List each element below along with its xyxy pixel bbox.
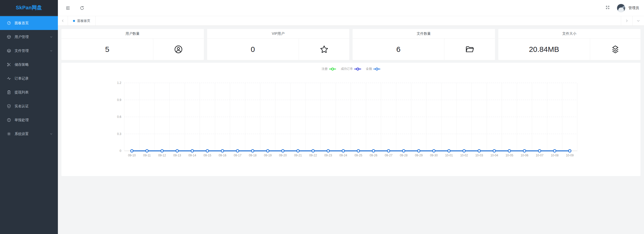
sidebar-item-label: 订单记录 [15, 76, 53, 81]
svg-text:09-22: 09-22 [309, 154, 317, 157]
svg-text:09-21: 09-21 [294, 154, 302, 157]
sidebar-item-label: 系统设置 [15, 132, 49, 136]
tabs-scroll-right-button[interactable] [621, 16, 632, 25]
cube-icon [7, 35, 11, 39]
stat-card-user-count: 用户数量 5 [61, 29, 204, 60]
svg-text:09-23: 09-23 [324, 154, 332, 157]
admin-avatar[interactable] [617, 4, 625, 12]
trend-chart-card: 注册 成功订单 金额 00.30.60.91.209-1009-1109-120… [61, 63, 640, 176]
legend-line-marker [354, 68, 361, 71]
page-content: 用户数量 5 VIP用户 0 文件数量 [58, 26, 644, 234]
chevron-right-icon [625, 19, 628, 22]
sidebar-item-reports[interactable]: 举报处理 [0, 113, 58, 127]
svg-text:09-14: 09-14 [188, 154, 196, 157]
activity-icon [7, 76, 11, 81]
svg-text:10-04: 10-04 [490, 154, 498, 157]
svg-text:10-05: 10-05 [506, 154, 513, 157]
svg-text:10-09: 10-09 [566, 154, 574, 157]
active-tab-dot [73, 20, 75, 22]
tabs-menu-button[interactable] [632, 16, 644, 25]
sidebar-item-label: 用户管理 [15, 35, 49, 39]
svg-text:09-12: 09-12 [158, 154, 166, 157]
stat-value: 6 [353, 39, 444, 60]
stat-value: 0 [207, 39, 299, 60]
fullscreen-button[interactable] [605, 5, 610, 11]
gear-icon [7, 132, 11, 136]
svg-text:10-03: 10-03 [475, 154, 483, 157]
chevron-down-icon [49, 132, 53, 136]
sidebar-menu: 面板首页 用户管理 文件管理 储存策略 订单记录 提现列表 实名认证 [0, 15, 58, 234]
scissors-icon [7, 62, 11, 67]
trend-line-chart: 00.30.60.91.209-1009-1109-1209-1309-1409… [61, 63, 640, 174]
sidebar-item-files[interactable]: 文件管理 [0, 44, 58, 58]
main-area: 管理员 面板首页 用户数量 5 [58, 0, 644, 234]
svg-text:10-01: 10-01 [445, 154, 453, 157]
svg-text:09-27: 09-27 [385, 154, 393, 157]
tab-bar: 面板首页 [58, 16, 644, 26]
sidebar-item-storage-policy[interactable]: 储存策略 [0, 58, 58, 72]
sidebar-item-label: 举报处理 [15, 118, 53, 122]
chevron-down-icon [49, 49, 53, 52]
svg-text:09-30: 09-30 [430, 154, 438, 157]
top-header: 管理员 [58, 0, 644, 16]
fullscreen-icon [605, 5, 610, 10]
shield-check-icon [7, 104, 11, 108]
app-logo: SkPan网盘 [0, 0, 58, 15]
sidebar-item-dashboard[interactable]: 面板首页 [0, 16, 58, 30]
svg-text:10-02: 10-02 [460, 154, 468, 157]
sidebar: SkPan网盘 面板首页 用户管理 文件管理 储存策略 订单记录 提现列表 [0, 0, 58, 234]
tab-dashboard[interactable]: 面板首页 [68, 16, 96, 25]
sidebar-item-label: 面板首页 [15, 21, 53, 25]
svg-text:09-28: 09-28 [400, 154, 408, 157]
chevron-down-icon [49, 35, 53, 39]
svg-text:10-06: 10-06 [521, 154, 528, 157]
legend-item-register[interactable]: 注册 [322, 67, 336, 71]
sidebar-item-identity-verify[interactable]: 实名认证 [0, 99, 58, 113]
svg-text:09-16: 09-16 [219, 154, 226, 157]
chart-legend: 注册 成功订单 金额 [61, 67, 640, 71]
sidebar-item-users[interactable]: 用户管理 [0, 30, 58, 44]
folder-open-icon [465, 45, 474, 54]
svg-text:0.3: 0.3 [117, 132, 121, 136]
svg-text:09-11: 09-11 [143, 154, 151, 157]
refresh-button[interactable] [80, 6, 85, 11]
svg-text:09-25: 09-25 [355, 154, 362, 157]
chevron-down-icon [637, 19, 640, 22]
menu-fold-icon [65, 6, 70, 11]
sidebar-item-withdrawals[interactable]: 提现列表 [0, 85, 58, 99]
svg-text:09-17: 09-17 [234, 154, 242, 157]
svg-text:10-07: 10-07 [536, 154, 544, 157]
svg-text:09-20: 09-20 [279, 154, 287, 157]
tabs-scroll-left-button[interactable] [58, 16, 68, 25]
legend-label: 金额 [366, 67, 372, 71]
legend-line-marker [373, 68, 380, 71]
sidebar-item-orders[interactable]: 订单记录 [0, 72, 58, 85]
svg-text:0.9: 0.9 [117, 98, 121, 102]
svg-text:09-26: 09-26 [370, 154, 377, 157]
legend-label: 注册 [322, 67, 328, 71]
svg-text:09-13: 09-13 [173, 154, 181, 157]
sidebar-item-settings[interactable]: 系统设置 [0, 127, 58, 141]
legend-label: 成功订单 [341, 67, 353, 71]
dashboard-icon [7, 21, 11, 25]
sidebar-item-label: 提现列表 [15, 90, 53, 95]
svg-text:10-08: 10-08 [551, 154, 559, 157]
legend-line-marker [329, 68, 336, 71]
svg-text:0.6: 0.6 [117, 115, 121, 119]
svg-text:0: 0 [120, 149, 121, 153]
svg-text:09-18: 09-18 [249, 154, 257, 157]
legend-item-amount[interactable]: 金额 [366, 67, 380, 71]
svg-text:1.2: 1.2 [117, 81, 121, 85]
stat-card-file-count: 文件数量 6 [353, 29, 495, 60]
user-circle-icon [174, 45, 183, 54]
stat-value: 20.84MB [498, 39, 590, 60]
sidebar-item-label: 实名认证 [15, 104, 53, 109]
legend-item-success-orders[interactable]: 成功订单 [341, 67, 361, 71]
svg-text:09-10: 09-10 [128, 154, 136, 157]
stack-icon [611, 45, 620, 54]
admin-name[interactable]: 管理员 [628, 6, 639, 10]
stats-row: 用户数量 5 VIP用户 0 文件数量 [61, 29, 640, 60]
collapse-sidebar-button[interactable] [65, 6, 70, 11]
svg-text:09-15: 09-15 [204, 154, 211, 157]
stat-card-file-size: 文件大小 20.84MB [498, 29, 641, 60]
